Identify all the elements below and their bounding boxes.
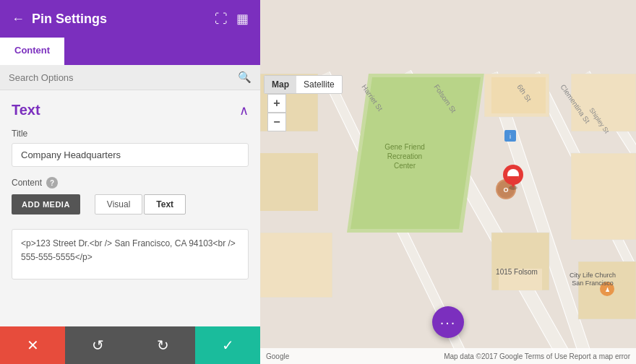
cancel-button[interactable]: ✕	[0, 326, 65, 364]
svg-text:City Life Church: City Life Church	[570, 272, 616, 279]
panel-content: Text ∧ Title Content ? ADD MEDIA Visual …	[0, 90, 260, 326]
add-media-button[interactable]: ADD MEDIA	[12, 194, 80, 214]
redo-button[interactable]: ↻	[130, 326, 195, 364]
confirm-button[interactable]: ✓	[195, 326, 260, 364]
svg-rect-15	[491, 77, 546, 113]
svg-text:1015 Folsom: 1015 Folsom	[496, 268, 538, 276]
header-left: ← Pin Settings	[12, 12, 107, 27]
svg-text:Center: Center	[394, 162, 416, 170]
panel-tabs: Content	[0, 38, 260, 65]
svg-text:Gene Friend: Gene Friend	[384, 143, 425, 151]
back-icon[interactable]: ←	[12, 12, 25, 27]
map-tab-satellite[interactable]: Satellite	[296, 76, 342, 93]
undo-button[interactable]: ↺	[65, 326, 130, 364]
map-controls: + −	[267, 94, 286, 131]
left-panel: ← Pin Settings ⛶ ▦ Content 🔍 Text ∧ Titl…	[0, 0, 260, 364]
title-input[interactable]	[12, 143, 249, 167]
content-label-row: Content ?	[12, 177, 249, 188]
search-input[interactable]	[9, 72, 238, 83]
search-bar: 🔍	[0, 65, 260, 90]
section-title: Text	[12, 102, 40, 118]
content-area[interactable]: <p>123 Street Dr.<br /> San Francisco, C…	[12, 229, 249, 280]
content-label: Content	[12, 178, 42, 188]
collapse-button[interactable]: ∧	[239, 103, 249, 118]
map-tab-map[interactable]: Map	[265, 76, 296, 93]
google-logo: Google	[266, 352, 289, 360]
svg-rect-18	[571, 153, 636, 240]
search-icon: 🔍	[238, 71, 252, 84]
svg-text:i: i	[510, 133, 511, 140]
help-icon[interactable]: ?	[46, 177, 58, 188]
editor-tab-visual[interactable]: Visual	[95, 194, 142, 214]
section-header: Text ∧	[12, 102, 249, 118]
svg-rect-21	[260, 233, 332, 298]
svg-text:Recreation: Recreation	[387, 152, 422, 160]
map-footer-right: Map data ©2017 Google Terms of Use Repor…	[444, 352, 630, 360]
fab-button[interactable]: ···	[432, 306, 464, 338]
tab-content[interactable]: Content	[0, 38, 64, 65]
google-footer: Google Map data ©2017 Google Terms of Us…	[260, 348, 636, 364]
map-panel: Map Satellite	[260, 0, 636, 364]
editor-tab-text[interactable]: Text	[144, 194, 186, 214]
grid-icon[interactable]: ▦	[236, 11, 249, 27]
map-type-tabs: Map Satellite	[264, 75, 343, 94]
svg-text:♟: ♟	[605, 287, 610, 293]
expand-icon[interactable]: ⛶	[215, 12, 228, 27]
svg-rect-22	[260, 153, 318, 211]
bottom-toolbar: ✕ ↺ ↻ ✓	[0, 326, 260, 364]
panel-header: ← Pin Settings ⛶ ▦	[0, 0, 260, 38]
zoom-in-button[interactable]: +	[267, 94, 286, 113]
editor-tabs: Visual Text	[95, 194, 186, 214]
panel-title: Pin Settings	[32, 12, 107, 27]
title-label: Title	[12, 129, 249, 139]
zoom-out-button[interactable]: −	[267, 113, 286, 131]
header-icons: ⛶ ▦	[215, 11, 249, 27]
svg-text:O: O	[503, 186, 508, 194]
svg-text:San Francisco: San Francisco	[572, 280, 614, 287]
